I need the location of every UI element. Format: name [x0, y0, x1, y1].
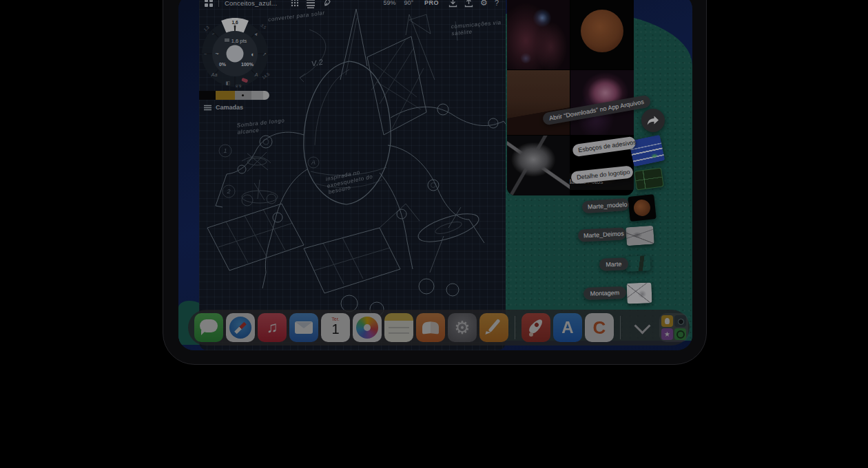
concepts-app-window: Conceitos_azul... 59% 90° PRO	[199, 0, 506, 350]
photo-mars-surface[interactable]	[507, 70, 570, 135]
mini-mars-sphere	[633, 199, 651, 217]
document-title[interactable]: Conceitos_azul...	[225, 0, 277, 7]
layers-stack-icon[interactable]	[306, 0, 316, 8]
share-forward-arrow-icon	[647, 116, 659, 126]
dock-icon-app-store[interactable]: A	[553, 313, 582, 342]
layers-label: Camadas	[216, 104, 243, 111]
dots-grid-icon[interactable]	[291, 0, 299, 7]
settings-gear-icon[interactable]: ⚙	[480, 0, 488, 8]
callout-number-2: 2	[226, 188, 230, 195]
dock-icon-notes[interactable]	[384, 313, 413, 342]
opacity-min: 0%	[219, 62, 227, 67]
photo-voyager-spacecraft[interactable]	[507, 136, 570, 195]
toolbar-divider	[218, 0, 219, 7]
selected-swatch-dot	[242, 94, 244, 96]
pen-body	[488, 319, 501, 332]
svg-text:A: A	[254, 72, 258, 77]
star-icon: ★	[664, 331, 670, 338]
pro-badge[interactable]: PRO	[424, 0, 439, 6]
callout-number-1: 1	[223, 147, 227, 154]
drag-thumb-mars-globe[interactable]	[628, 194, 657, 222]
svg-text:6,8: 6,8	[235, 84, 241, 88]
drag-pill-marte[interactable]: Marte	[599, 257, 629, 270]
dock-icon-mail[interactable]	[289, 313, 318, 342]
dock-icon-safari[interactable]	[226, 313, 255, 342]
app-store-a-glyph: A	[561, 319, 573, 336]
tool-wheel[interactable]: 1,6 ~ ▲ ↗ A Aa ~ ◧ 1,3 3,5	[199, 18, 271, 89]
layers-button[interactable]: Camadas	[204, 104, 243, 111]
photos-flower-icon	[356, 317, 378, 339]
envelope-flap	[296, 322, 312, 328]
rocket-flame	[529, 332, 533, 337]
pen-tip	[485, 331, 490, 336]
dock-collapse-chevron-icon[interactable]	[634, 317, 650, 334]
svg-text:3,5: 3,5	[260, 23, 267, 30]
flower-center	[364, 324, 371, 331]
calendar-weekday: Ter.	[321, 317, 350, 321]
camera-lens-icon	[678, 319, 684, 325]
photos-app-window: Meses Todas as Fotos	[507, 0, 634, 195]
svg-text:~: ~	[215, 50, 218, 57]
concepts-c-glyph: C	[593, 319, 606, 337]
svg-text:↗: ↗	[262, 52, 267, 56]
swatch-silver-selected[interactable]	[235, 91, 251, 100]
book-left-page	[422, 321, 431, 334]
recent-app-tips[interactable]	[661, 315, 673, 327]
export-icon[interactable]	[464, 0, 473, 8]
color-swatch-bar[interactable]	[199, 91, 269, 100]
dock-icon-settings[interactable]: ⚙	[448, 313, 477, 342]
svg-text:Aa: Aa	[211, 72, 218, 77]
open-book-icon	[422, 322, 439, 334]
dock-divider-1	[515, 316, 515, 339]
drag-thumb-green-sticker[interactable]	[634, 167, 664, 190]
dock-icon-photos[interactable]	[353, 313, 382, 342]
drag-thumb-white-sketch[interactable]	[626, 282, 652, 304]
marketing-stage: Conceitos_azul... 59% 90° PRO	[0, 0, 868, 468]
music-note-icon: ♫	[267, 320, 278, 335]
photo-mars-globe[interactable]	[570, 0, 634, 70]
recent-app-green[interactable]	[674, 328, 686, 340]
ipad-screen: Conceitos_azul... 59% 90° PRO	[178, 0, 692, 350]
opacity-max: 100%	[241, 62, 254, 67]
stroke-size-label: 1,6 pts	[231, 38, 247, 44]
drag-pill-montagem[interactable]: Montagem	[583, 286, 627, 300]
zoom-level[interactable]: 59%	[383, 0, 395, 6]
drag-pill-marte-deimos[interactable]: Marte_Deimos	[578, 227, 627, 242]
dock-icon-music[interactable]: ♫	[258, 313, 287, 342]
ipad-device: Conceitos_azul... 59% 90° PRO	[163, 0, 707, 365]
recent-app-star[interactable]: ★	[661, 328, 673, 340]
home-grid-icon[interactable]	[205, 0, 213, 7]
callout-letter-a: A	[311, 159, 316, 166]
dock-icon-messages[interactable]	[194, 313, 223, 342]
speech-bubble-tail	[201, 330, 206, 335]
calendar-day: 1	[321, 321, 350, 337]
drag-thumb-mars-photo[interactable]	[625, 255, 650, 272]
dock-icon-concepts[interactable]: C	[585, 313, 614, 342]
dock-icon-calendar[interactable]: Ter. 1	[321, 313, 350, 342]
color-preview-circle[interactable]	[227, 45, 244, 63]
mars-globe-sphere	[581, 10, 623, 52]
rotation-value[interactable]: 90°	[404, 0, 413, 6]
drag-thumb-gray-sketch[interactable]	[626, 226, 654, 246]
recent-app-camera[interactable]	[674, 315, 686, 327]
svg-text:1,3: 1,3	[203, 25, 211, 32]
help-icon[interactable]: ?	[495, 0, 499, 7]
notes-line-2	[389, 332, 409, 334]
svg-text:◧: ◧	[226, 81, 231, 85]
import-icon[interactable]	[448, 0, 457, 8]
wheel-selected-size: 1,6	[231, 20, 238, 25]
dock-icon-rocket[interactable]	[521, 313, 550, 342]
dock-recent-apps-group[interactable]: ★	[659, 313, 688, 342]
dock-icon-sketch-pen[interactable]	[479, 313, 508, 342]
swatch-gold[interactable]	[216, 91, 235, 100]
swatch-gray[interactable]	[251, 91, 263, 100]
dock: ♫ Ter. 1	[188, 310, 690, 345]
photo-nebula-horsehead[interactable]	[507, 0, 570, 70]
pen-nib-icon[interactable]	[323, 0, 331, 7]
book-right-page	[431, 321, 439, 334]
dock-icon-books[interactable]	[416, 313, 445, 342]
swatch-black[interactable]	[199, 91, 216, 100]
share-button[interactable]	[641, 109, 665, 132]
notes-line-1	[389, 327, 409, 328]
concepts-toolbar: Conceitos_azul... 59% 90° PRO	[199, 0, 506, 12]
